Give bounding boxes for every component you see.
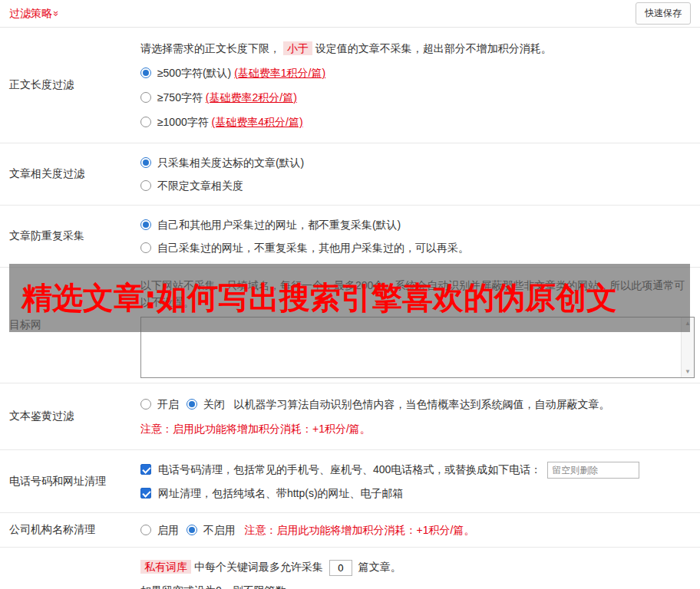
radio-icon (140, 219, 151, 230)
checkbox-url-cleaning[interactable]: 网址清理，包括纯域名、带http(s)的网址、电子邮箱 (140, 485, 404, 502)
row-label-dedup: 文章防重复采集 (0, 206, 140, 267)
checkbox-icon (140, 464, 151, 475)
row-body-length-filter: 正文长度过滤 请选择需求的正文长度下限， 小于 设定值的文章不采集，超出部分不增… (0, 28, 700, 143)
private-lexicon-link[interactable]: 私有词库 (140, 560, 191, 574)
row-label-porn-filter: 文本鉴黄过滤 (0, 383, 140, 449)
top-bar: 过滤策略 » 快速保存 (0, 0, 700, 28)
row-label-relevance: 文章相关度过滤 (0, 143, 140, 205)
radio-icon (140, 157, 151, 168)
radio-icon (140, 92, 151, 103)
row-label-company: 公司机构名称清理 (0, 513, 140, 547)
radio-option-relevance-any[interactable]: 不限定文章相关度 (140, 177, 243, 194)
radio-icon (187, 399, 197, 410)
row-keyword-dedup: 关键词防重复采集 私有词库 中每个关键词最多允许采集 篇文章。 如果留空或设为0… (0, 548, 700, 589)
radio-option-1000chars[interactable]: ≥1000字符 (基础费率4积分/篇) (140, 114, 303, 130)
row-phone-url-cleaning: 电话号码和网址清理 电话号码清理，包括常见的手机号、座机号、400电话格式，或替… (0, 450, 700, 513)
radio-icon (140, 242, 151, 253)
radio-option-company-on[interactable]: 启用 (140, 522, 179, 538)
radio-option-dedup-all-users[interactable]: 自己和其他用户采集过的网址，都不重复采集(默认) (140, 216, 401, 233)
rate-note: (基础费率1积分/篇) (234, 67, 325, 79)
row-porn-filter: 文本鉴黄过滤 开启 关闭 以机器学习算法自动识别色情内容，当色情概率达到系统阈值… (0, 383, 700, 450)
radio-option-porn-off[interactable]: 关闭 (187, 396, 225, 413)
quick-save-button[interactable]: 快速保存 (636, 2, 691, 25)
radio-option-company-off[interactable]: 不启用 (187, 522, 236, 538)
checkbox-icon (140, 488, 151, 499)
row-dedup-collection: 文章防重复采集 自己和其他用户采集过的网址，都不重复采集(默认) 自己采集过的网… (0, 206, 700, 268)
watermark-banner: 精选文章:如何写出搜索引擎喜欢的伪原创文 (9, 264, 690, 332)
replacement-phone-input[interactable] (547, 462, 639, 479)
row-company-cleaning: 公司机构名称清理 启用 不启用 注意：启用此功能将增加积分消耗：+1积分/篇。 (0, 513, 700, 548)
radio-option-dedup-self-only[interactable]: 自己采集过的网址，不重复采集，其他用户采集过的，可以再采。 (140, 239, 469, 256)
rate-note: (基础费率2积分/篇) (206, 91, 297, 104)
radio-icon (140, 117, 151, 127)
rate-note: (基础费率4积分/篇) (212, 116, 303, 128)
body-length-intro: 请选择需求的正文长度下限， 小于 设定值的文章不采集，超出部分不增加积分消耗。 (140, 40, 694, 57)
less-than-highlight: 小于 (283, 41, 312, 55)
radio-icon (140, 525, 151, 535)
row-label-body-length: 正文长度过滤 (0, 28, 140, 143)
radio-icon (140, 180, 151, 191)
watermark-text: 精选文章:如何写出搜索引擎喜欢的伪原创文 (21, 277, 617, 319)
radio-option-relevance-default[interactable]: 只采集相关度达标的文章(默认) (140, 154, 304, 171)
company-cleaning-note: 注意：启用此功能将增加积分消耗：+1积分/篇。 (245, 524, 475, 536)
porn-filter-note: 注意：启用此功能将增加积分消耗：+1积分/篇。 (140, 420, 694, 437)
row-label-keyword-dedup: 关键词防重复采集 (0, 548, 140, 589)
page-title[interactable]: 过滤策略 » (9, 7, 59, 21)
keyword-note-empty: 如果留空或设为0，则不限篇数。 (140, 582, 694, 589)
radio-option-porn-on[interactable]: 开启 (140, 396, 179, 413)
row-relevance-filter: 文章相关度过滤 只采集相关度达标的文章(默认) 不限定文章相关度 (0, 143, 700, 206)
scroll-down-icon[interactable]: ▼ (682, 366, 694, 377)
chevron-down-icon: » (51, 11, 61, 16)
radio-icon (140, 399, 151, 410)
radio-option-500chars[interactable]: ≥500字符(默认) (基础费率1积分/篇) (140, 64, 325, 81)
porn-filter-desc: 以机器学习算法自动识别色情内容，当色情概率达到系统阈值，自动屏蔽文章。 (234, 398, 610, 410)
checkbox-phone-cleaning[interactable]: 电话号码清理，包括常见的手机号、座机号、400电话格式，或替换成如下电话： (140, 461, 541, 478)
max-articles-input[interactable] (329, 560, 352, 576)
row-label-phone-url: 电话号码和网址清理 (0, 450, 140, 512)
radio-option-750chars[interactable]: ≥750字符 (基础费率2积分/篇) (140, 89, 297, 106)
radio-icon (140, 67, 151, 78)
page-title-text: 过滤策略 (9, 7, 52, 21)
radio-icon (187, 525, 197, 535)
